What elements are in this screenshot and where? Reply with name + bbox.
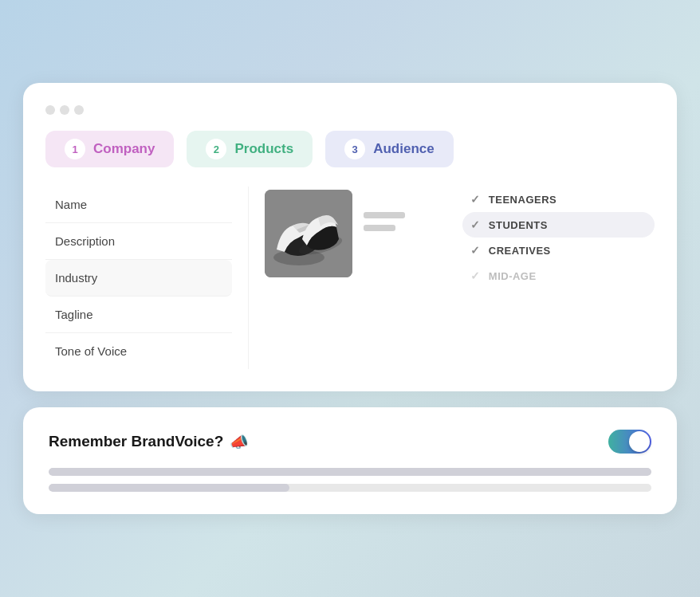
tab-audience[interactable]: 3 Audience	[325, 131, 454, 167]
check-icon-teenagers: ✓	[470, 193, 481, 206]
tab-bar: 1 Company 2 Products 3 Audience	[45, 131, 655, 167]
top-card: 1 Company 2 Products 3 Audience Name Des…	[23, 83, 677, 391]
tab-products[interactable]: 2 Products	[187, 131, 313, 167]
sneaker-icon	[265, 190, 352, 277]
company-list: Name Description Industry Tagline Tone o…	[45, 187, 249, 369]
progress-bar-1-fill	[49, 468, 651, 476]
progress-bar-2-bg	[49, 484, 651, 492]
window-dot-2	[60, 105, 69, 115]
product-column	[249, 187, 452, 369]
tab-company[interactable]: 1 Company	[45, 131, 174, 167]
tab-company-label: Company	[93, 141, 155, 157]
check-icon-creatives: ✓	[470, 244, 481, 257]
audience-item-students[interactable]: ✓ STUDENTS	[462, 212, 655, 238]
product-image	[265, 190, 352, 277]
bottom-header: Remember BrandVoice? 📣	[49, 430, 651, 454]
check-icon-students: ✓	[470, 218, 481, 231]
content-area: Name Description Industry Tagline Tone o…	[45, 187, 655, 369]
list-item-tone-of-voice[interactable]: Tone of Voice	[45, 333, 232, 369]
tab-products-label: Products	[234, 141, 293, 157]
audience-item-teenagers[interactable]: ✓ TEENAGERS	[470, 187, 655, 212]
list-item-tagline[interactable]: Tagline	[45, 297, 232, 333]
tab-products-number: 2	[206, 139, 226, 159]
check-icon-mid-age: ✓	[470, 269, 481, 282]
progress-bars	[49, 468, 651, 492]
product-text-line-2	[364, 225, 395, 231]
progress-bar-2-fill	[49, 484, 289, 492]
list-item-name[interactable]: Name	[45, 187, 232, 223]
tab-audience-label: Audience	[373, 141, 435, 157]
window-dot-3	[74, 105, 84, 115]
window-dots	[45, 105, 655, 115]
tab-audience-number: 3	[344, 139, 365, 159]
bottom-title: Remember BrandVoice? 📣	[49, 433, 249, 451]
product-text-line-1	[364, 212, 405, 218]
bottom-card: Remember BrandVoice? 📣	[23, 407, 677, 514]
list-item-industry[interactable]: Industry	[45, 260, 232, 297]
tab-company-number: 1	[65, 139, 85, 159]
progress-bar-1-bg	[49, 468, 651, 476]
megaphone-icon: 📣	[230, 433, 249, 451]
toggle-knob	[629, 431, 650, 452]
window-dot-1	[45, 105, 55, 115]
brand-voice-toggle[interactable]	[608, 430, 651, 454]
list-item-description[interactable]: Description	[45, 223, 232, 260]
audience-column: ✓ TEENAGERS ✓ STUDENTS ✓ CREATIVES ✓ MID…	[451, 187, 655, 369]
audience-item-mid-age[interactable]: ✓ MID-AGE	[470, 263, 655, 289]
audience-item-creatives[interactable]: ✓ CREATIVES	[470, 238, 655, 263]
